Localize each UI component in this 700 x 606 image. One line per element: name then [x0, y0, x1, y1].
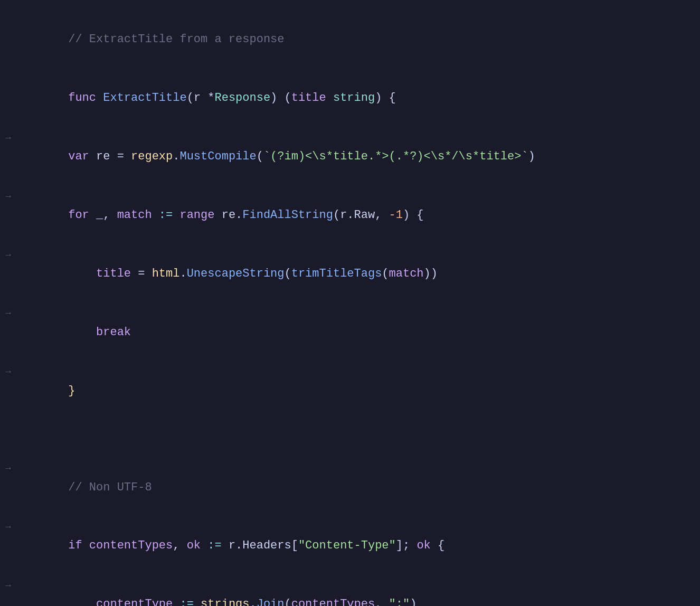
str-content-type: "Content-Type" — [298, 539, 396, 552]
comment-1: // ExtractTitle from a response — [68, 33, 284, 46]
type-string: string — [333, 91, 375, 105]
brace-11: { — [431, 539, 444, 552]
var-match: match — [117, 209, 152, 222]
type-response: Response — [214, 91, 270, 105]
paren-5b: ( — [382, 267, 389, 280]
gutter-arrow-7: → — [5, 364, 26, 380]
code-editor: // ExtractTitle from a response func Ext… — [0, 0, 700, 606]
kw-title: title — [291, 91, 326, 105]
close-brace-7: } — [68, 384, 75, 397]
code-line-1: // ExtractTitle from a response — [0, 11, 700, 69]
bracket-11b: ]; — [396, 539, 417, 552]
paren-12a: ( — [285, 598, 291, 606]
fn-trim: trimTitleTags — [291, 267, 382, 280]
paren-4b: ) { — [403, 209, 424, 222]
line-content-8 — [26, 421, 689, 440]
regex-string: `(?im)<\s*title.*>(.*?)<\s*/\s*title>` — [263, 150, 528, 163]
var-contenttypes: contentTypes — [89, 539, 173, 552]
kw-func: func — [68, 91, 103, 105]
param-r: r — [194, 91, 207, 105]
dot-4b: . — [347, 209, 354, 222]
backtick-close: ) — [528, 150, 535, 163]
eq-3: = — [117, 150, 131, 163]
backtick-open: ( — [257, 150, 263, 163]
fn-findall: FindAllString — [242, 209, 333, 222]
line-content-1: // ExtractTitle from a response — [26, 11, 689, 69]
code-line-12: → contentType := strings.Join(contentTyp… — [0, 575, 700, 606]
arrow-12: → — [5, 578, 11, 594]
kw-break: break — [96, 326, 131, 339]
str-semicolon: ";" — [389, 598, 410, 606]
code-line-10: → // Non UTF-8 — [0, 458, 700, 517]
code-line-9 — [0, 439, 700, 458]
line-content-2: func ExtractTitle(r *Response) (title st… — [26, 70, 689, 127]
arrow-7: → — [5, 364, 11, 380]
code-line-5: → title = html.UnescapeString(trimTitleT… — [0, 245, 700, 304]
code-line-11: → if contentTypes, ok := r.Headers["Cont… — [0, 517, 700, 575]
fn-join: Join — [257, 598, 285, 606]
arrow-11: → — [5, 519, 11, 535]
arrow-5: → — [5, 248, 11, 263]
var-ok-11: ok — [187, 539, 201, 552]
arrow-6: → — [5, 306, 11, 321]
kw-var: var — [68, 150, 96, 163]
code-line-3: → var re = regexp.MustCompile(`(?im)<\s*… — [0, 128, 700, 186]
var-match-5: match — [389, 267, 424, 280]
code-line-8 — [0, 420, 700, 439]
gutter-arrow-12: → — [5, 578, 26, 594]
comma-4: , — [375, 209, 389, 222]
dot-12: . — [250, 598, 257, 606]
line-content-9 — [26, 440, 689, 459]
var-contenttype: contentType — [96, 598, 173, 606]
dot-11: . — [235, 539, 242, 552]
var-ok-11b: ok — [417, 539, 430, 552]
line-content-12: contentType := strings.Join(contentTypes… — [26, 576, 689, 606]
line-content-6: break — [26, 304, 689, 361]
paren-5c: )) — [424, 267, 438, 280]
fn-extract-title: ExtractTitle — [103, 91, 186, 105]
var-contenttypes-12: contentTypes — [291, 598, 375, 606]
line-content-11: if contentTypes, ok := r.Headers["Conten… — [26, 517, 689, 575]
gutter-arrow-3: → — [5, 130, 26, 146]
indent-12 — [68, 598, 96, 606]
blank-ident: _, — [96, 209, 117, 222]
fn-mustcompile: MustCompile — [179, 150, 256, 163]
indent-6 — [68, 326, 96, 339]
gutter-arrow-10: → — [5, 461, 26, 477]
line-content-7: } — [26, 362, 689, 420]
kw-range: range — [179, 209, 221, 222]
code-line-7: → } — [0, 362, 700, 420]
arrow-4: → — [5, 189, 11, 205]
var-re: re — [96, 150, 117, 163]
space-string — [326, 91, 333, 105]
dot-5a: . — [179, 267, 186, 280]
r-raw: r — [340, 209, 347, 222]
headers-field: Headers — [242, 539, 291, 552]
dot-4: . — [235, 209, 242, 222]
var-re-2: re — [222, 209, 235, 222]
gutter-arrow-4: → — [5, 189, 26, 205]
code-line-4: → for _, match := range re.FindAllString… — [0, 186, 700, 245]
indent-5 — [68, 267, 96, 280]
num-neg1: -1 — [389, 209, 403, 222]
kw-for: for — [68, 209, 96, 222]
ret-paren-close: ) { — [375, 91, 396, 105]
star: * — [207, 91, 214, 105]
arrow-3: → — [5, 130, 11, 146]
line-content-5: title = html.UnescapeString(trimTitleTag… — [26, 245, 689, 303]
gutter-arrow-5: → — [5, 248, 26, 263]
raw-field: Raw — [354, 209, 375, 222]
pkg-strings: strings — [201, 598, 249, 606]
op-walrus-11: := — [201, 539, 229, 552]
fn-unescape: UnescapeString — [187, 267, 285, 280]
gutter-arrow-6: → — [5, 306, 26, 321]
paren-12b: ) — [410, 598, 417, 606]
line-content-4: for _, match := range re.FindAllString(r… — [26, 187, 689, 244]
r-headers: r — [229, 539, 235, 552]
op-walrus-12: := — [173, 598, 201, 606]
line-content-10: // Non UTF-8 — [26, 459, 689, 516]
var-title-5: title — [96, 267, 131, 280]
comment-utf8: // Non UTF-8 — [68, 481, 152, 494]
gutter-arrow-11: → — [5, 519, 26, 535]
kw-if-11: if — [68, 539, 89, 552]
